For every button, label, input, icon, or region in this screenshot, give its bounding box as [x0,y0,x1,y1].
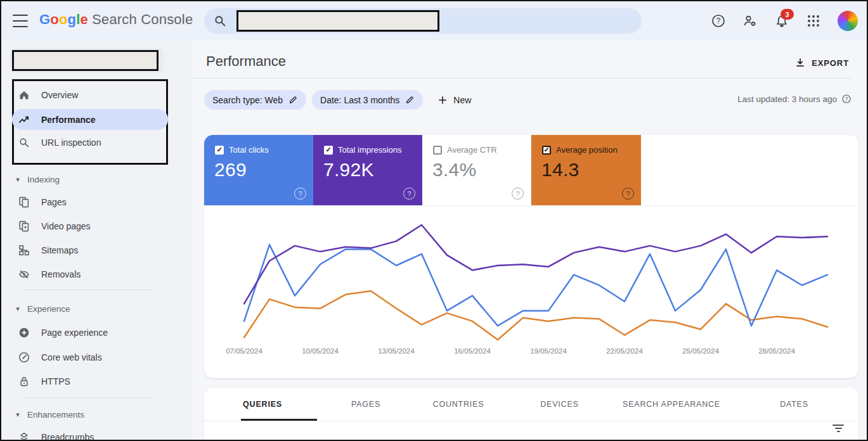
page-experience-icon [18,326,30,339]
help-icon[interactable]: ? [294,188,306,200]
topbar: GoogleSearch Console ? 3 [1,1,867,41]
hamburger-menu-icon[interactable] [13,15,28,27]
screenshot-root: GoogleSearch Console ? 3 [0,0,868,441]
svg-text:19/05/2024: 19/05/2024 [530,347,567,355]
search-bar[interactable] [204,8,642,34]
caret-down-icon: ▾ [13,176,22,184]
help-icon[interactable]: ? [512,188,524,200]
edit-icon [288,95,298,105]
tab-pages[interactable]: PAGES [321,388,411,421]
last-updated-status: Last updated: 3 hours ago ? [737,94,852,104]
caret-down-icon: ▾ [13,305,22,313]
filter-list-icon[interactable] [832,425,845,435]
caret-down-icon: ▾ [13,411,22,419]
help-icon[interactable]: ? [841,94,852,104]
help-icon[interactable]: ? [622,188,634,200]
filter-chip-search-type[interactable]: Search type: Web [204,90,306,110]
search-icon [213,14,227,28]
trending-up-icon [18,113,30,126]
download-icon [794,57,806,68]
sidebar-divider [24,290,151,290]
sidebar-item-url-inspection[interactable]: URL inspection [12,134,168,151]
google-search-console-logo: GoogleSearch Console [39,11,193,28]
checkbox-icon[interactable]: ✓ [324,146,333,155]
new-filter-button[interactable]: New [437,95,471,105]
sitemaps-icon [18,244,30,257]
svg-text:13/05/2024: 13/05/2024 [378,347,415,355]
sidebar-item-sitemaps[interactable]: Sitemaps [12,241,168,259]
scorecard-total-clicks[interactable]: ✓Total clicks 269 ? [204,135,313,205]
sidebar-section-indexing[interactable]: ▾ Indexing [12,172,169,187]
notification-badge: 3 [781,9,794,20]
help-icon[interactable]: ? [403,188,415,200]
sidebar-item-overview[interactable]: Overview [12,86,168,104]
page-title: Performance [206,53,286,70]
sidebar-section-experience[interactable]: ▾ Experience [12,301,169,316]
sidebar-section-enhancements[interactable]: ▾ Enhancements [12,407,169,422]
checkbox-icon[interactable]: ✓ [542,146,551,155]
tab-underline [241,419,317,421]
filter-bar: Search type: Web Date: Last 3 months New [204,90,471,110]
scorecard-row: ✓Total clicks 269 ? ✓Total impressions 7… [204,135,858,206]
search-icon [18,136,30,149]
apps-grid-icon[interactable] [806,13,821,29]
sidebar-item-pages[interactable]: Pages [12,193,168,211]
filter-chip-date[interactable]: Date: Last 3 months [312,90,423,110]
scorecard-average-position[interactable]: ✓Average position 14.3 ? [531,135,641,205]
sidebar-item-page-experience[interactable]: Page experience [12,324,168,342]
svg-text:07/05/2024: 07/05/2024 [226,347,262,355]
lock-icon [18,375,30,388]
dimension-tabs: QUERIES PAGES COUNTRIES DEVICES SEARCH A… [204,388,858,421]
tab-devices[interactable]: DEVICES [506,388,613,421]
bell-icon[interactable]: 3 [774,13,789,29]
svg-text:25/05/2024: 25/05/2024 [682,347,719,355]
sidebar-divider [24,397,151,398]
speed-gauge-icon [18,351,30,364]
scorecard-average-ctr[interactable]: Average CTR 3.4% ? [422,135,531,205]
checkbox-icon[interactable]: ✓ [215,146,224,155]
logo-suffix: Search Console [92,11,193,27]
manage-users-icon[interactable] [742,13,758,29]
video-pages-icon [18,220,30,233]
tab-search-appearance[interactable]: SEARCH APPEARANCE [613,388,730,421]
scorecard-total-impressions[interactable]: ✓Total impressions 7.92K ? [313,135,422,205]
checkbox-icon[interactable] [433,146,442,155]
header-divider [191,78,852,79]
breadcrumbs-icon [18,431,30,441]
pages-icon [18,196,30,208]
dimensions-table-card: QUERIES PAGES COUNTRIES DEVICES SEARCH A… [204,388,858,441]
tab-queries[interactable]: QUERIES [204,388,321,421]
topbar-actions: ? 3 [711,1,858,41]
help-icon[interactable]: ? [711,13,726,29]
redacted-search-query [236,10,439,32]
main-content: Performance EXPORT Search type: Web Date… [191,41,867,440]
tab-countries[interactable]: COUNTRIES [411,388,506,421]
performance-summary-card: ✓Total clicks 269 ? ✓Total impressions 7… [204,135,858,378]
sidebar-item-removals[interactable]: Removals [12,265,168,283]
edit-icon [405,95,415,105]
svg-text:?: ? [716,16,721,25]
sidebar: Overview Performance URL inspection ▾ In… [1,41,191,440]
svg-text:16/05/2024: 16/05/2024 [454,347,491,355]
home-icon [18,89,30,101]
export-button[interactable]: EXPORT [794,57,849,68]
redacted-property-name [12,50,159,71]
sidebar-item-performance[interactable]: Performance [12,109,168,130]
svg-text:10/05/2024: 10/05/2024 [302,347,339,355]
sidebar-item-video-pages[interactable]: Video pages [12,217,168,235]
svg-text:?: ? [845,96,848,102]
svg-text:22/05/2024: 22/05/2024 [606,347,643,355]
sidebar-item-breadcrumbs[interactable]: Breadcrumbs [12,428,168,441]
performance-chart: 07/05/202410/05/202413/05/202416/05/2024… [204,206,858,378]
avatar[interactable] [838,11,858,31]
sidebar-item-core-web-vitals[interactable]: Core web vitals [12,348,168,366]
eye-off-icon [18,268,30,281]
svg-text:28/05/2024: 28/05/2024 [758,347,795,355]
sidebar-item-https[interactable]: HTTPS [12,373,168,390]
chart-area[interactable]: 07/05/202410/05/202413/05/202416/05/2024… [204,206,858,378]
tab-dates[interactable]: DATES [730,388,858,421]
plus-icon [437,95,448,105]
